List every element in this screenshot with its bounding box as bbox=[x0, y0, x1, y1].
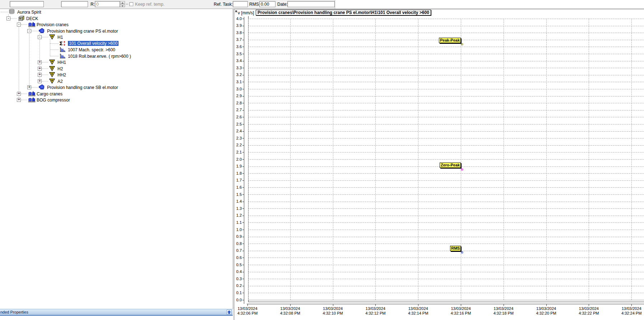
data-point-label-rms[interactable]: RMS bbox=[450, 246, 461, 251]
collapse-icon[interactable]: - bbox=[6, 17, 10, 20]
collapse-icon[interactable]: - bbox=[38, 35, 42, 39]
horizontal-gridline bbox=[248, 216, 644, 216]
expand-panel-button[interactable] bbox=[227, 310, 232, 315]
ref-task-field[interactable] bbox=[233, 1, 248, 7]
y-axis-tick bbox=[242, 138, 244, 138]
tree-item-provision-handling-crane-ps-el-motor[interactable]: -Provision handling crane PS el.motor bbox=[0, 28, 233, 34]
tree-item-aurora-spirit[interactable]: Aurora Spirit bbox=[0, 9, 233, 15]
data-point-label-peak-peak[interactable]: Peak-Peak bbox=[439, 38, 461, 43]
tree-item-h2[interactable]: +H2 bbox=[0, 66, 233, 72]
tree-item-label[interactable]: Provision handling crane SB el.motor bbox=[47, 85, 118, 90]
tree-item-label[interactable]: 101 Overall velocity >600 bbox=[68, 41, 119, 46]
expand-icon[interactable]: + bbox=[38, 60, 42, 64]
tree-connector-line bbox=[21, 100, 27, 100]
date-value-field[interactable] bbox=[287, 1, 335, 7]
y-axis-tick-label: 2.3 bbox=[234, 136, 242, 140]
tree-connector-line bbox=[50, 50, 59, 50]
y-axis-tick bbox=[242, 293, 244, 293]
tree-item-label[interactable]: BOG compressor bbox=[37, 98, 70, 103]
tree-item-hh1[interactable]: +HH1 bbox=[0, 59, 233, 66]
tree-item-hh2[interactable]: +HH2 bbox=[0, 72, 233, 78]
expand-icon[interactable]: + bbox=[27, 85, 31, 89]
tree-item-label[interactable]: HH2 bbox=[57, 72, 66, 77]
tree-item-label[interactable]: Cargo cranes bbox=[37, 91, 62, 97]
y-axis-tick bbox=[242, 265, 244, 265]
y-axis-tick-label: 1.7 bbox=[234, 178, 242, 182]
y-axis-tick bbox=[242, 33, 244, 33]
keep-ref-temp-label: Keep ref. temp. bbox=[135, 2, 165, 7]
tree-item-bog-compressor[interactable]: +BOG compressor bbox=[0, 97, 233, 103]
r-count-field[interactable] bbox=[95, 1, 120, 7]
spinner-up-icon bbox=[121, 2, 124, 4]
tree-item-provision-handling-crane-sb-el-motor[interactable]: +Provision handling crane SB el.motor bbox=[0, 84, 233, 91]
y-axis-tick bbox=[242, 68, 244, 68]
horizontal-gridline bbox=[248, 293, 644, 293]
machine-group-icon bbox=[28, 97, 36, 104]
y-axis-tick-label: 2.5 bbox=[234, 122, 242, 126]
spinner-up-button[interactable] bbox=[120, 1, 125, 4]
expand-icon[interactable]: + bbox=[17, 92, 21, 96]
tree-item-label[interactable]: A2 bbox=[57, 79, 63, 84]
y-axis-tick bbox=[242, 230, 244, 230]
expand-icon[interactable]: + bbox=[17, 98, 21, 102]
extended-properties-header[interactable]: nded Properties bbox=[0, 309, 233, 315]
ref-task-label: Ref. Task: bbox=[214, 2, 233, 7]
spinner-down-button[interactable] bbox=[120, 4, 125, 7]
tree-item-label[interactable]: H2 bbox=[57, 66, 63, 71]
y-axis-tick-label: 0.3 bbox=[234, 277, 242, 281]
tree-item-label[interactable]: Provision cranes bbox=[37, 22, 69, 27]
ref-name-field[interactable] bbox=[10, 1, 44, 7]
x-axis-tick bbox=[333, 304, 333, 306]
arrow-up-icon bbox=[227, 310, 231, 314]
y-axis-tick-label: 1.6 bbox=[234, 185, 242, 189]
horizontal-gridline bbox=[248, 54, 644, 54]
rms-label: RMS: bbox=[249, 2, 260, 7]
tree-item-label[interactable]: 1007 Mach. spectr. >600 bbox=[68, 47, 115, 52]
y-axis-tick-label: 3.9 bbox=[234, 23, 242, 28]
tree-item-label[interactable]: 1018 Roll.bear.enve. ( rpm>600 ) bbox=[68, 54, 131, 59]
tree-item-1018-roll-bear-enve-rpm-600[interactable]: 1018 Roll.bear.enve. ( rpm>600 ) bbox=[0, 53, 233, 60]
data-point-label-zero-peak[interactable]: Zero-Peak bbox=[440, 163, 461, 168]
tree-connector-line bbox=[1, 12, 8, 12]
expand-icon[interactable]: + bbox=[38, 73, 42, 77]
y-axis-tick-label: 0.2 bbox=[234, 283, 242, 288]
rms-value-field[interactable] bbox=[259, 1, 275, 7]
tree-item-label[interactable]: DECK bbox=[26, 16, 38, 21]
data-point-marker-zero-peak[interactable] bbox=[461, 169, 463, 170]
tree-item-deck[interactable]: -DECK bbox=[0, 15, 233, 22]
y-axis-tick bbox=[242, 75, 244, 75]
collapse-icon[interactable]: - bbox=[27, 29, 31, 33]
tree-item-cargo-cranes[interactable]: +Cargo cranes bbox=[0, 91, 233, 97]
horizontal-gridline bbox=[248, 68, 644, 68]
x-axis-tick bbox=[375, 304, 376, 306]
data-point-marker-peak-peak[interactable] bbox=[461, 43, 463, 45]
horizontal-gridline bbox=[248, 180, 644, 181]
keep-ref-temp-checkbox[interactable] bbox=[129, 2, 133, 6]
collapse-icon[interactable]: - bbox=[17, 23, 21, 27]
data-point-marker-rms[interactable] bbox=[461, 251, 463, 253]
tree-item-1007-mach-spectr-600[interactable]: 1007 Mach. spectr. >600 bbox=[0, 47, 233, 53]
y-axis-tick bbox=[242, 124, 244, 124]
tree-item-h1[interactable]: -H1 bbox=[0, 34, 233, 41]
tree-item-a2[interactable]: +A2 bbox=[0, 78, 233, 85]
tree-connector-line bbox=[42, 62, 48, 62]
tree-item-label[interactable]: Provision handling crane PS el.motor bbox=[47, 29, 118, 34]
tree-connector-line bbox=[42, 75, 48, 75]
tree-item-label[interactable]: H1 bbox=[57, 35, 63, 40]
y-axis-tick-label: 0.7 bbox=[234, 248, 242, 253]
y-axis-tick bbox=[242, 89, 244, 89]
vertical-gridline bbox=[248, 19, 249, 300]
x-axis-tick bbox=[546, 304, 547, 306]
spinner-down-icon bbox=[121, 5, 124, 7]
tree-item-label[interactable]: Aurora Spirit bbox=[17, 10, 41, 15]
tree-item-101-overall-velocity-600[interactable]: Σ101 Overall velocity >600 bbox=[0, 41, 233, 47]
expand-icon[interactable]: + bbox=[38, 67, 42, 71]
expand-icon[interactable]: + bbox=[38, 79, 42, 83]
x-axis-time-label: 4:32:08 PM bbox=[274, 311, 306, 315]
ref-value-field[interactable] bbox=[61, 1, 88, 7]
tree-item-label[interactable]: HH1 bbox=[57, 60, 66, 65]
x-axis-time-label: 4:32:12 PM bbox=[359, 311, 392, 315]
tree-item-provision-cranes[interactable]: -Provision cranes bbox=[0, 22, 233, 28]
horizontal-gridline bbox=[248, 117, 644, 117]
y-axis-tick-label: 3.5 bbox=[234, 52, 242, 56]
